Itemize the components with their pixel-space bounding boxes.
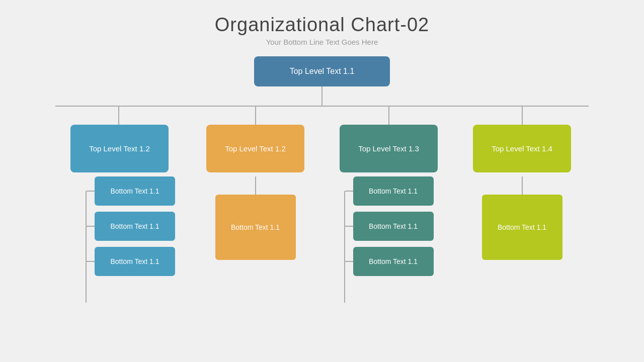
level2-label-col3: Top Level Text 1.3 <box>358 144 419 153</box>
level2-node-col3: Top Level Text 1.3 <box>340 125 438 172</box>
col2-children: Bottom Text 1.1 <box>215 176 296 260</box>
col1-hconn-2 <box>87 226 95 227</box>
org-chart: Top Level Text 1.1 Top Level Text 1.2 Bo… <box>20 56 624 303</box>
col2-vline <box>255 176 256 195</box>
vdrop-col4 <box>522 107 523 125</box>
vdrop-col3 <box>388 107 389 125</box>
col1-hconn-3 <box>87 261 95 262</box>
col3-child-2: Bottom Text 1.1 <box>353 212 434 241</box>
col1-childrow-2: Bottom Text 1.1 <box>87 212 175 241</box>
col4-vline <box>522 176 523 195</box>
col1-children: Bottom Text 1.1 Bottom Text 1.1 Bottom T… <box>70 176 175 303</box>
col3-childrow-3: Bottom Text 1.1 <box>345 247 434 276</box>
col3-childrow-2: Bottom Text 1.1 <box>345 212 434 241</box>
col1-hconn-1 <box>87 191 95 192</box>
branch-col1: Top Level Text 1.2 Bottom Text 1.1 <box>55 107 189 303</box>
col2-child-1: Bottom Text 1.1 <box>215 195 296 260</box>
level2-label-col4: Top Level Text 1.4 <box>492 144 552 153</box>
col1-child-3: Bottom Text 1.1 <box>95 247 175 276</box>
root-label: Top Level Text 1.1 <box>290 67 355 76</box>
page-title: Organizational Chart-02 <box>215 14 429 36</box>
col1-childrow-3: Bottom Text 1.1 <box>87 247 175 276</box>
col3-hconn-2 <box>345 226 353 227</box>
branch-col4: Top Level Text 1.4 Bottom Text 1.1 <box>455 107 589 260</box>
level2-node-col1: Top Level Text 1.2 <box>70 125 169 172</box>
col4-child-1: Bottom Text 1.1 <box>482 195 562 260</box>
col3-childrows: Bottom Text 1.1 Bottom Text 1.1 Bottom T… <box>345 176 434 303</box>
col3-child-3: Bottom Text 1.1 <box>353 247 434 276</box>
page-subtitle: Your Bottom Line Text Goes Here <box>215 38 429 46</box>
level2-node-col4: Top Level Text 1.4 <box>473 125 571 172</box>
top-hbar <box>55 106 589 107</box>
page-header: Organizational Chart-02 Your Bottom Line… <box>215 14 429 46</box>
col1-child-2: Bottom Text 1.1 <box>95 212 175 241</box>
branch-col2: Top Level Text 1.2 Bottom Text 1.1 <box>189 107 322 260</box>
col3-children: Bottom Text 1.1 Bottom Text 1.1 Bottom T… <box>344 176 434 303</box>
col1-child-1: Bottom Text 1.1 <box>95 176 175 206</box>
col3-hconn-3 <box>345 261 353 262</box>
level2-row: Top Level Text 1.2 Bottom Text 1.1 <box>55 107 589 303</box>
col4-children: Bottom Text 1.1 <box>482 176 562 260</box>
vdrop-col1 <box>118 107 119 125</box>
col1-childrow-1: Bottom Text 1.1 <box>87 176 175 206</box>
branch-col3: Top Level Text 1.3 Bottom Text 1.1 <box>322 107 455 303</box>
col3-child-1: Bottom Text 1.1 <box>353 176 434 206</box>
root-node: Top Level Text 1.1 <box>254 56 390 86</box>
level2-label-col1: Top Level Text 1.2 <box>89 144 150 153</box>
root-connector <box>321 86 323 106</box>
level2-label-col2: Top Level Text 1.2 <box>225 144 286 153</box>
col3-childrow-1: Bottom Text 1.1 <box>345 176 434 206</box>
col3-hconn-1 <box>345 191 353 192</box>
level2-node-col2: Top Level Text 1.2 <box>206 125 304 172</box>
vdrop-col2 <box>255 107 256 125</box>
col1-childrows: Bottom Text 1.1 Bottom Text 1.1 Bottom T… <box>87 176 175 303</box>
